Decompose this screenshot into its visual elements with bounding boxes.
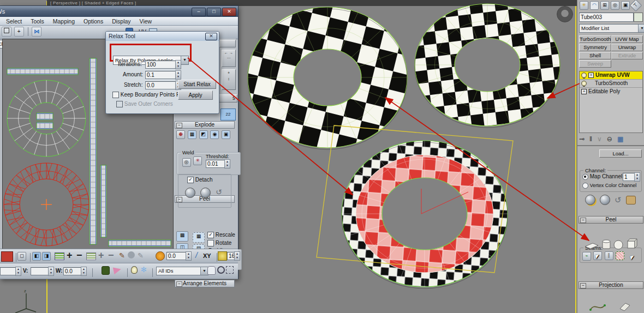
paint-select-icon[interactable]: ✎ [119, 251, 125, 260]
v-field[interactable] [31, 267, 50, 275]
quick-peel-icon[interactable] [185, 188, 195, 198]
freeform-tool-icon[interactable]: + [14, 27, 24, 37]
chevron-down-icon[interactable]: ▼ [638, 25, 644, 32]
menu-view[interactable]: View [136, 18, 156, 25]
explode-face-icon[interactable]: ▣ [222, 130, 230, 139]
angle-spinner[interactable]: ▲▼ [186, 251, 192, 261]
angle-swatch-icon[interactable] [156, 251, 165, 261]
hidden-panel-fragment[interactable] [219, 40, 236, 47]
remove-modifier-icon[interactable]: ⊖ [607, 135, 612, 143]
zoom-region-icon[interactable] [226, 266, 234, 274]
stack-item-turbosmooth[interactable]: TurboSmooth [580, 79, 642, 88]
map-channel-spinner[interactable]: ▲▼ [634, 172, 640, 182]
hide-icon[interactable] [131, 266, 138, 274]
falloff-space-icon[interactable]: ◻ [17, 252, 26, 261]
collapse-icon[interactable]: − [580, 283, 586, 288]
filter-selected-faces-icon[interactable] [113, 266, 122, 275]
zoom-icon[interactable] [217, 266, 225, 274]
hidden-panel-fragment[interactable]: ← →⋯ [222, 50, 236, 67]
pack-normalize-icon[interactable]: ▩ [176, 231, 188, 242]
modifier-button-uvwmap[interactable]: UVW Map [611, 35, 643, 43]
w-spinner[interactable]: ▲▼ [81, 267, 87, 276]
save-corners-checkbox[interactable] [116, 101, 123, 107]
arrange-rollout-header[interactable]: −Arrange Elements [175, 280, 235, 287]
peel-reset-icon[interactable]: ↺ [615, 195, 622, 205]
map-channel-radio[interactable] [582, 174, 588, 180]
break-edge-icon[interactable]: ◩ [199, 130, 208, 139]
angle-field[interactable]: 0.0 [166, 252, 187, 260]
xy-label[interactable]: XY [203, 252, 211, 259]
explode-weld-icon[interactable]: ⊕ [176, 130, 185, 139]
rescale-checkbox[interactable]: ✓ [207, 232, 214, 238]
maximize-button[interactable]: □ [207, 8, 221, 16]
pelt-map-icon[interactable] [626, 196, 636, 204]
edge-ring-icon[interactable] [86, 252, 96, 260]
break-vertex-icon[interactable]: ▦ [188, 130, 196, 139]
collapse-icon[interactable]: − [580, 218, 586, 223]
chevron-down-icon[interactable]: ▼ [181, 56, 188, 64]
v-spinner[interactable]: ▲▼ [48, 267, 54, 276]
peel-rollout-header[interactable]: −Peel [579, 216, 643, 224]
target-weld-icon[interactable]: ✳ [193, 156, 202, 165]
ids-dropdown[interactable]: All IDs ▼ [156, 267, 208, 275]
tab-motion[interactable]: ◎ [611, 1, 619, 10]
start-relax-button[interactable]: Start Relax [178, 80, 216, 89]
break-face-icon[interactable]: ◉ [210, 130, 219, 139]
shrink-selection-icon[interactable]: − [76, 250, 82, 261]
iterations-spinner[interactable]: ▲▼ [175, 60, 181, 69]
iterations-field[interactable]: 100 [145, 61, 177, 69]
chevron-down-icon[interactable]: ▼ [200, 267, 208, 275]
soft-selection-icon[interactable]: ◧ [32, 252, 41, 261]
modifier-button-sweep[interactable]: Sweep [579, 60, 611, 68]
detach-checkbox[interactable]: ✓ [187, 177, 194, 183]
lock-selection-icon[interactable] [102, 266, 110, 275]
tab-hierarchy[interactable]: ⊞ [600, 1, 609, 10]
show-end-result-icon[interactable]: ‖ [589, 135, 592, 143]
keep-boundary-checkbox[interactable] [112, 92, 119, 98]
tab-modify[interactable]: ◠ [590, 1, 599, 10]
edge-loop-icon[interactable] [55, 252, 64, 260]
paint-select-dim-icon[interactable] [128, 251, 135, 258]
paint-deselect-icon[interactable]: ✎ [138, 251, 144, 260]
pack-tight-icon[interactable]: ▦ [193, 232, 205, 243]
modifier-enable-bulb-icon[interactable] [581, 73, 587, 78]
peel-mode-icon[interactable] [200, 188, 211, 198]
weld-selected-icon[interactable]: ◎ [182, 158, 191, 167]
uv-editor-titlebar[interactable]: Edit UVWs – □ ✕ [0, 6, 238, 17]
projection-rollout-header[interactable]: −Projection [579, 281, 643, 289]
amount-field[interactable]: 0.1 [145, 71, 177, 79]
move-tool-icon[interactable] [2, 27, 11, 37]
menu-tools[interactable]: Tools [27, 18, 48, 25]
menu-options[interactable]: Options [80, 18, 107, 25]
relax-dialog-titlebar[interactable]: Relax Tool ✕ [106, 32, 219, 41]
shrink-loop-icon[interactable]: − [108, 250, 114, 261]
freeze-icon[interactable]: ✻ [141, 266, 147, 274]
close-icon[interactable]: ✕ [205, 33, 217, 40]
straighten-icon[interactable]: / [195, 251, 198, 260]
minimize-button[interactable]: – [192, 8, 206, 16]
grid-snap-icon[interactable] [218, 251, 227, 261]
amount-spinner[interactable]: ▲▼ [175, 70, 181, 80]
menu-select[interactable]: Select [2, 18, 26, 25]
object-name-field[interactable]: Tube003 [579, 13, 634, 22]
modifier-enable-bulb-icon[interactable] [581, 81, 587, 86]
grow-selection-icon[interactable]: + [67, 250, 73, 261]
rotate-checkbox[interactable] [207, 240, 214, 246]
stretch-field[interactable]: 0.0 [145, 81, 177, 89]
make-unique-icon[interactable]: ∨ [597, 135, 602, 143]
soft-selection-edge-icon[interactable]: ◨ [42, 252, 51, 261]
menu-mapping[interactable]: Mapping [49, 18, 79, 25]
stack-item-unwrap-uvw[interactable]: + Unwrap UVW [580, 71, 642, 79]
peel-mode-icon[interactable] [600, 195, 610, 205]
modifier-button-turbosmooth[interactable]: TurboSmooth [579, 35, 611, 43]
expand-icon[interactable]: + [581, 89, 587, 94]
tab-create[interactable]: ✳ [580, 1, 588, 10]
tab-utilities[interactable]: ⊤ [630, 0, 642, 11]
apply-button[interactable]: Apply [178, 91, 213, 100]
vertex-color-radio[interactable] [582, 183, 588, 189]
explode-rollout-header[interactable]: −Explode [175, 121, 235, 129]
menu-display[interactable]: Display [108, 18, 134, 25]
w-field[interactable]: 0.0 [63, 267, 83, 275]
falloff-color-swatch[interactable] [1, 251, 13, 262]
tab-display[interactable]: ▣ [621, 1, 630, 10]
